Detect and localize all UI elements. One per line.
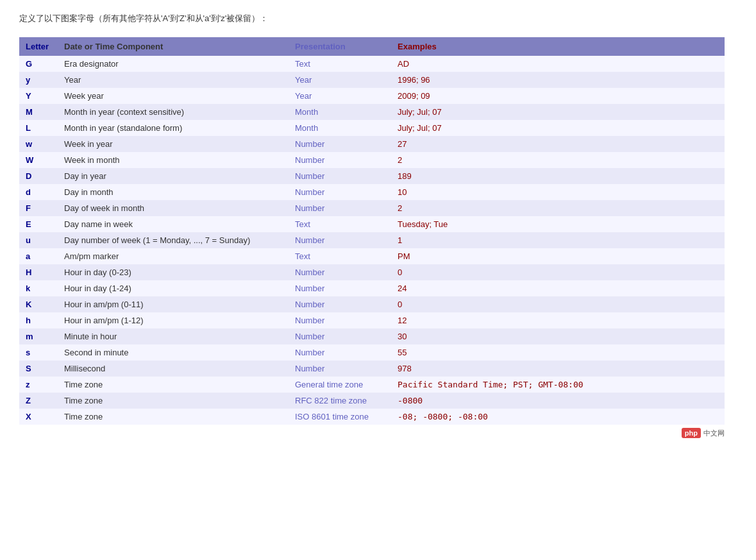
cell-examples: July; Jul; 07 [391,104,725,120]
cell-presentation: Number [289,152,391,168]
cell-letter: G [19,56,58,72]
cell-component: Minute in hour [58,328,289,344]
cell-letter: S [19,361,58,377]
cell-examples: 2009; 09 [391,88,725,104]
cell-examples: 24 [391,280,725,296]
cell-letter: Z [19,393,58,409]
site-label: 中文网 [703,428,725,438]
cell-component: Day number of week (1 = Monday, ..., 7 =… [58,232,289,248]
table-row: uDay number of week (1 = Monday, ..., 7 … [19,232,725,248]
cell-letter: M [19,104,58,120]
table-row: MMonth in year (context sensitive)MonthJ… [19,104,725,120]
cell-component: Hour in am/pm (0-11) [58,296,289,312]
watermark: php 中文网 [19,428,725,438]
cell-presentation: Text [289,216,391,232]
php-badge: php [682,428,701,438]
cell-letter: u [19,232,58,248]
cell-presentation: ISO 8601 time zone [289,409,391,425]
cell-examples: 978 [391,361,725,377]
cell-component: Second in minute [58,344,289,361]
cell-component: Week in year [58,136,289,152]
table-row: FDay of week in monthNumber2 [19,200,725,216]
cell-presentation: Number [289,136,391,152]
table-row: DDay in yearNumber189 [19,168,725,184]
cell-examples: 2 [391,152,725,168]
cell-presentation: Number [289,328,391,344]
cell-examples: Tuesday; Tue [391,216,725,232]
cell-examples: 55 [391,344,725,361]
table-row: SMillisecondNumber978 [19,361,725,377]
cell-presentation: Text [289,248,391,264]
cell-letter: W [19,152,58,168]
cell-examples: 0 [391,264,725,280]
cell-letter: F [19,200,58,216]
table-wrapper: Letter Date or Time Component Presentati… [19,37,725,438]
cell-presentation: Number [289,200,391,216]
table-row: hHour in am/pm (1-12)Number12 [19,312,725,328]
cell-component: Day in month [58,184,289,200]
table-row: GEra designatorTextAD [19,56,725,72]
cell-component: Time zone [58,409,289,425]
cell-examples: 30 [391,328,725,344]
intro-text: 定义了以下图案字母（所有其他字符从'A'到'Z'和从'a'到'z'被保留）： [19,13,737,24]
table-row: zTime zoneGeneral time zonePacific Stand… [19,377,725,393]
cell-component: Month in year (context sensitive) [58,104,289,120]
cell-component: Day name in week [58,216,289,232]
cell-component: Day of week in month [58,200,289,216]
header-letter: Letter [19,37,58,56]
table-row: dDay in monthNumber10 [19,184,725,200]
cell-letter: w [19,136,58,152]
cell-presentation: General time zone [289,377,391,393]
cell-letter: z [19,377,58,393]
table-row: EDay name in weekTextTuesday; Tue [19,216,725,232]
cell-presentation: Number [289,344,391,361]
header-presentation: Presentation [289,37,391,56]
cell-letter: m [19,328,58,344]
cell-component: Hour in am/pm (1-12) [58,312,289,328]
cell-examples: PM [391,248,725,264]
cell-letter: K [19,296,58,312]
cell-examples: 1996; 96 [391,72,725,88]
cell-presentation: Number [289,264,391,280]
date-format-table: Letter Date or Time Component Presentati… [19,37,725,425]
table-body: GEra designatorTextADyYearYear1996; 96YW… [19,56,725,425]
table-row: YWeek yearYear2009; 09 [19,88,725,104]
cell-presentation: Year [289,88,391,104]
cell-presentation: Year [289,72,391,88]
cell-component: Hour in day (1-24) [58,280,289,296]
cell-examples: 2 [391,200,725,216]
cell-letter: d [19,184,58,200]
table-row: KHour in am/pm (0-11)Number0 [19,296,725,312]
table-row: kHour in day (1-24)Number24 [19,280,725,296]
cell-examples: 0 [391,296,725,312]
cell-examples: -08; -0800; -08:00 [391,409,725,425]
cell-examples: 189 [391,168,725,184]
cell-component: Time zone [58,377,289,393]
cell-examples: July; Jul; 07 [391,120,725,136]
cell-component: Millisecond [58,361,289,377]
cell-component: Hour in day (0-23) [58,264,289,280]
cell-letter: y [19,72,58,88]
cell-presentation: Month [289,104,391,120]
cell-component: Era designator [58,56,289,72]
cell-presentation: Number [289,184,391,200]
cell-examples: Pacific Standard Time; PST; GMT-08:00 [391,377,725,393]
table-header-row: Letter Date or Time Component Presentati… [19,37,725,56]
table-row: mMinute in hourNumber30 [19,328,725,344]
cell-component: Am/pm marker [58,248,289,264]
cell-component: Week year [58,88,289,104]
table-row: aAm/pm markerTextPM [19,248,725,264]
cell-letter: h [19,312,58,328]
cell-component: Year [58,72,289,88]
table-row: WWeek in monthNumber2 [19,152,725,168]
cell-presentation: RFC 822 time zone [289,393,391,409]
cell-component: Week in month [58,152,289,168]
cell-presentation: Number [289,361,391,377]
table-row: XTime zoneISO 8601 time zone-08; -0800; … [19,409,725,425]
cell-letter: Y [19,88,58,104]
cell-component: Time zone [58,393,289,409]
cell-examples: AD [391,56,725,72]
cell-letter: D [19,168,58,184]
cell-examples: 10 [391,184,725,200]
cell-examples: 12 [391,312,725,328]
